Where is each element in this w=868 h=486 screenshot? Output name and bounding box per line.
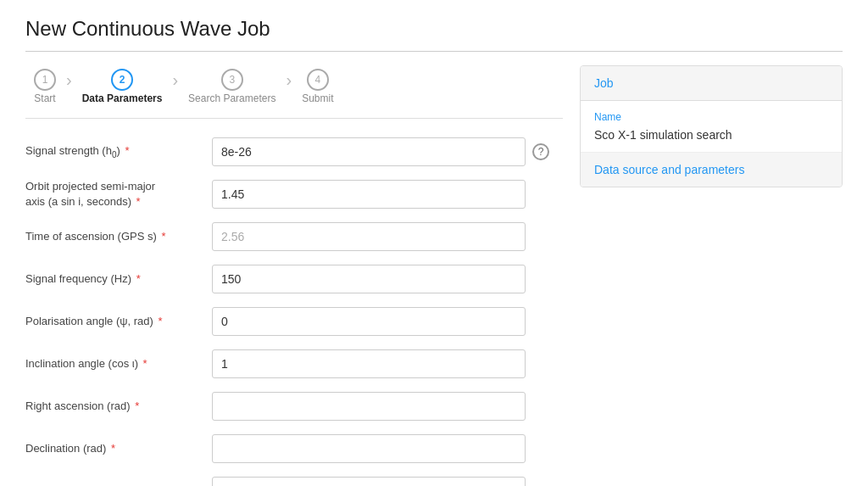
field-row-inclination: Inclination angle (cos ι) * xyxy=(25,348,563,380)
main-layout: 1 Start › 2 Data Parameters › 3 Search P xyxy=(25,65,843,486)
step-1-label: Start xyxy=(34,92,55,104)
input-right-ascension[interactable] xyxy=(212,392,526,421)
input-wrap-time xyxy=(212,222,563,251)
input-wrap-orbit xyxy=(212,180,563,209)
sidebar-link-section[interactable]: Data source and parameters xyxy=(581,153,842,187)
step-1[interactable]: 1 Start xyxy=(25,65,64,108)
required-signal-strength: * xyxy=(125,144,129,157)
step-4-label: Submit xyxy=(302,92,333,104)
field-row-signal-strength: Signal strength (h0) * ? xyxy=(25,136,563,168)
step-1-circle: 1 xyxy=(34,69,56,91)
form-fields: Signal strength (h0) * ? Orbit projected… xyxy=(25,136,563,486)
sidebar-name-title: Name xyxy=(594,111,828,123)
label-signal-frequency: Signal frequency (Hz) * xyxy=(25,271,212,287)
step-arrow-2: › xyxy=(172,71,178,102)
required-right-asc: * xyxy=(135,399,139,412)
input-orbit-projected[interactable] xyxy=(212,180,526,209)
field-row-signal-frequency: Signal frequency (Hz) * xyxy=(25,263,563,295)
label-inclination: Inclination angle (cos ι) * xyxy=(25,356,212,371)
step-3[interactable]: 3 Search Parameters xyxy=(180,65,284,108)
field-row-orbital-period: Orbital period (s) * xyxy=(25,475,563,486)
input-signal-strength[interactable] xyxy=(212,137,526,166)
help-icon-signal-strength[interactable]: ? xyxy=(532,143,549,160)
input-wrap-inclination xyxy=(212,349,563,378)
step-3-label: Search Parameters xyxy=(188,92,275,104)
field-row-orbit-projected: Orbit projected semi-majoraxis (a sin i,… xyxy=(25,178,563,210)
step-4-circle: 4 xyxy=(307,69,329,91)
input-polarisation[interactable] xyxy=(212,307,526,336)
required-declination: * xyxy=(111,442,115,455)
sidebar-name-value: Sco X-1 simulation search xyxy=(594,128,828,142)
required-inclination: * xyxy=(143,357,147,370)
required-orbit: * xyxy=(136,195,141,208)
input-declination[interactable] xyxy=(212,434,526,463)
sidebar-card: Job Name Sco X-1 simulation search Data … xyxy=(580,65,843,187)
sidebar-link-text[interactable]: Data source and parameters xyxy=(594,163,744,176)
label-declination: Declination (rad) * xyxy=(25,441,212,456)
sidebar-name-section: Name Sco X-1 simulation search xyxy=(581,101,842,153)
label-orbit-projected: Orbit projected semi-majoraxis (a sin i,… xyxy=(25,179,212,209)
step-3-circle: 3 xyxy=(221,69,243,91)
label-time-ascension: Time of ascension (GPS s) * xyxy=(25,229,212,244)
step-2-label: Data Parameters xyxy=(82,92,163,104)
step-arrow-3: › xyxy=(286,71,292,102)
stepper: 1 Start › 2 Data Parameters › 3 Search P xyxy=(25,65,563,119)
right-panel: Job Name Sco X-1 simulation search Data … xyxy=(580,65,843,486)
step-2-circle: 2 xyxy=(111,69,133,91)
sidebar-tab-label: Job xyxy=(594,76,614,90)
page-wrapper: New Continuous Wave Job 1 Start › 2 Data… xyxy=(0,0,868,486)
input-time-ascension[interactable] xyxy=(212,222,526,251)
field-row-polarisation: Polarisation angle (ψ, rad) * xyxy=(25,305,563,338)
input-wrap-right-asc xyxy=(212,392,563,421)
required-time: * xyxy=(161,230,165,243)
step-2[interactable]: 2 Data Parameters xyxy=(74,65,171,108)
field-row-right-ascension: Right ascension (rad) * xyxy=(25,390,563,422)
label-signal-strength: Signal strength (h0) * xyxy=(25,143,212,161)
input-wrap-declination xyxy=(212,434,563,463)
sidebar-tab[interactable]: Job xyxy=(581,66,842,101)
field-row-time-ascension: Time of ascension (GPS s) * xyxy=(25,221,563,253)
step-4[interactable]: 4 Submit xyxy=(293,65,342,108)
step-arrow-1: › xyxy=(66,71,72,102)
left-panel: 1 Start › 2 Data Parameters › 3 Search P xyxy=(25,65,563,486)
label-right-ascension: Right ascension (rad) * xyxy=(25,399,212,414)
input-inclination[interactable] xyxy=(212,349,526,378)
input-wrap-polarisation xyxy=(212,307,563,336)
input-wrap-signal-strength: ? xyxy=(212,137,563,166)
page-title: New Continuous Wave Job xyxy=(25,17,843,52)
required-frequency: * xyxy=(136,272,141,285)
label-polarisation: Polarisation angle (ψ, rad) * xyxy=(25,314,212,329)
input-wrap-orbital xyxy=(212,477,563,486)
input-signal-frequency[interactable] xyxy=(212,265,526,293)
input-orbital-period[interactable] xyxy=(212,477,526,486)
input-wrap-frequency xyxy=(212,265,563,293)
field-row-declination: Declination (rad) * xyxy=(25,433,563,465)
required-polarisation: * xyxy=(159,315,163,327)
